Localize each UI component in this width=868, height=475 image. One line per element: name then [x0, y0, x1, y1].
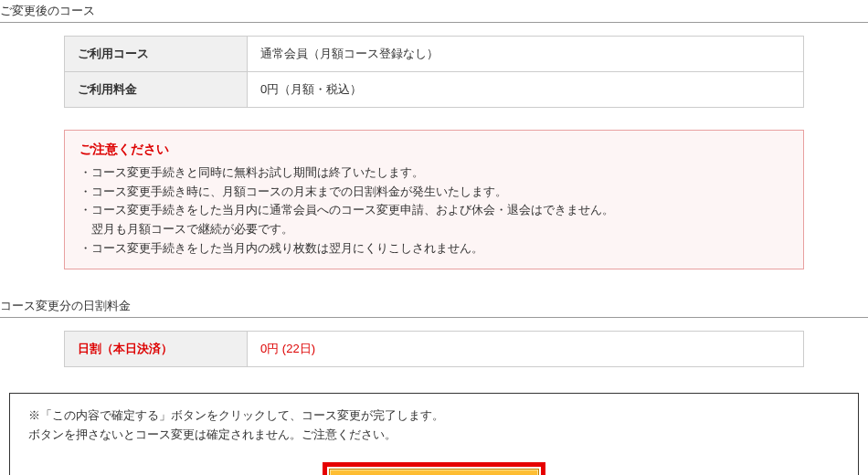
notice-item: コース変更手続きをした当月内に通常会員へのコース変更申請、および休会・退会はでき… — [79, 201, 789, 220]
table-label: ご利用コース — [65, 37, 248, 72]
table-label: 日割（本日決済） — [65, 332, 248, 367]
section-title-prorated: コース変更分の日割料金 — [0, 295, 868, 318]
after-change-content: ご利用コース 通常会員（月額コース登録なし） ご利用料金 0円（月額・税込） ご… — [0, 36, 868, 269]
section-title-after-change: ご変更後のコース — [0, 0, 868, 23]
notice-box: ご注意ください コース変更手続きと同時に無料お試し期間は終了いたします。 コース… — [64, 130, 804, 269]
table-value: 0円（月額・税込） — [248, 72, 804, 108]
confirm-line-2: ボタンを押さないとコース変更は確定されません。ご注意ください。 — [28, 428, 397, 441]
notice-item: コース変更手続きをした当月内の残り枚数は翌月にくりこしされません。 — [79, 239, 789, 259]
prorated-content: 日割（本日決済） 0円 (22日) — [0, 331, 868, 367]
table-row: ご利用料金 0円（月額・税込） — [65, 72, 804, 108]
confirm-line-1: ※「この内容で確定する」ボタンをクリックして、コース変更が完了します。 — [28, 409, 444, 422]
after-change-table: ご利用コース 通常会員（月額コース登録なし） ご利用料金 0円（月額・税込） — [64, 36, 804, 108]
confirm-button[interactable]: この内容で確定する — [329, 469, 539, 475]
confirm-text: ※「この内容で確定する」ボタンをクリックして、コース変更が完了します。 ボタンを… — [28, 406, 840, 446]
notice-list: コース変更手続きと同時に無料お試し期間は終了いたします。 コース変更手続き時に、… — [79, 164, 789, 258]
table-row: ご利用コース 通常会員（月額コース登録なし） — [65, 37, 804, 72]
table-value: 0円 (22日) — [248, 332, 804, 367]
confirm-box: ※「この内容で確定する」ボタンをクリックして、コース変更が完了します。 ボタンを… — [9, 393, 859, 475]
notice-item: コース変更手続き時に、月額コースの月末までの日割料金が発生いたします。 — [79, 183, 789, 202]
table-row: 日割（本日決済） 0円 (22日) — [65, 332, 804, 367]
notice-title: ご注意ください — [79, 142, 789, 158]
prorated-table: 日割（本日決済） 0円 (22日) — [64, 331, 804, 367]
confirm-button-highlight: この内容で確定する — [323, 462, 545, 475]
table-label: ご利用料金 — [65, 72, 248, 108]
notice-item: コース変更手続きと同時に無料お試し期間は終了いたします。 — [79, 164, 789, 183]
confirm-button-wrap: この内容で確定する — [28, 462, 840, 475]
table-value: 通常会員（月額コース登録なし） — [248, 37, 804, 72]
notice-item-sub: 翌月も月額コースで継続が必要です。 — [79, 220, 789, 239]
